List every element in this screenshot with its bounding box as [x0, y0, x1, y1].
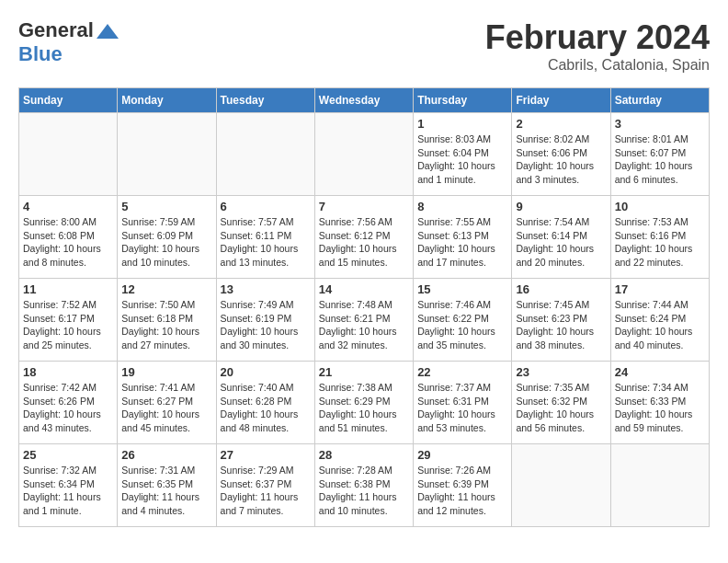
day-info: Sunrise: 7:41 AM Sunset: 6:27 PM Dayligh… — [121, 381, 211, 435]
table-cell: 15Sunrise: 7:46 AM Sunset: 6:22 PM Dayli… — [414, 279, 512, 362]
day-info: Sunrise: 7:53 AM Sunset: 6:16 PM Dayligh… — [615, 215, 705, 270]
table-cell — [216, 113, 314, 196]
day-info: Sunrise: 7:45 AM Sunset: 6:23 PM Dayligh… — [516, 298, 606, 352]
table-cell: 19Sunrise: 7:41 AM Sunset: 6:27 PM Dayli… — [118, 362, 216, 444]
table-cell — [118, 113, 216, 196]
day-number: 26 — [121, 448, 211, 462]
day-number: 25 — [23, 448, 113, 462]
day-number: 16 — [516, 282, 606, 296]
day-number: 15 — [417, 282, 507, 296]
day-number: 21 — [319, 365, 409, 379]
day-number: 23 — [516, 365, 606, 379]
day-info: Sunrise: 7:35 AM Sunset: 6:32 PM Dayligh… — [516, 381, 606, 435]
day-number: 2 — [516, 117, 606, 131]
table-cell — [19, 113, 118, 196]
day-number: 4 — [23, 200, 113, 213]
day-info: Sunrise: 7:48 AM Sunset: 6:21 PM Dayligh… — [319, 298, 409, 352]
table-cell: 5Sunrise: 7:59 AM Sunset: 6:09 PM Daylig… — [118, 196, 216, 279]
week-row-0: 1Sunrise: 8:03 AM Sunset: 6:04 PM Daylig… — [19, 113, 710, 196]
logo-blue: Blue — [18, 42, 63, 65]
day-info: Sunrise: 8:03 AM Sunset: 6:04 PM Dayligh… — [417, 132, 507, 187]
week-row-4: 25Sunrise: 7:32 AM Sunset: 6:34 PM Dayli… — [19, 444, 710, 527]
day-info: Sunrise: 7:40 AM Sunset: 6:28 PM Dayligh… — [221, 381, 311, 435]
day-info: Sunrise: 8:02 AM Sunset: 6:06 PM Dayligh… — [516, 132, 606, 187]
day-info: Sunrise: 7:34 AM Sunset: 6:33 PM Dayligh… — [615, 381, 705, 435]
day-info: Sunrise: 7:55 AM Sunset: 6:13 PM Dayligh… — [417, 215, 507, 270]
day-number: 19 — [121, 365, 211, 379]
day-info: Sunrise: 7:42 AM Sunset: 6:26 PM Dayligh… — [23, 381, 113, 435]
calendar-header-row: Sunday Monday Tuesday Wednesday Thursday… — [19, 88, 710, 113]
logo: General Blue — [18, 18, 121, 66]
table-cell: 21Sunrise: 7:38 AM Sunset: 6:29 PM Dayli… — [314, 362, 413, 444]
day-number: 10 — [615, 200, 705, 213]
day-info: Sunrise: 7:37 AM Sunset: 6:31 PM Dayligh… — [417, 381, 507, 435]
day-number: 24 — [615, 365, 705, 379]
week-row-2: 11Sunrise: 7:52 AM Sunset: 6:17 PM Dayli… — [19, 279, 710, 362]
day-number: 1 — [417, 117, 507, 131]
day-number: 29 — [417, 448, 507, 462]
title-block: February 2024 Cabrils, Catalonia, Spain — [485, 18, 710, 74]
logo-general: General — [18, 18, 94, 41]
calendar-table: Sunday Monday Tuesday Wednesday Thursday… — [18, 87, 710, 527]
table-cell: 25Sunrise: 7:32 AM Sunset: 6:34 PM Dayli… — [19, 444, 118, 527]
day-info: Sunrise: 7:28 AM Sunset: 6:38 PM Dayligh… — [319, 464, 409, 518]
day-info: Sunrise: 7:50 AM Sunset: 6:18 PM Dayligh… — [121, 298, 211, 352]
page-subtitle: Cabrils, Catalonia, Spain — [485, 57, 710, 74]
table-cell — [314, 113, 413, 196]
day-info: Sunrise: 8:00 AM Sunset: 6:08 PM Dayligh… — [23, 215, 113, 270]
week-row-3: 18Sunrise: 7:42 AM Sunset: 6:26 PM Dayli… — [19, 362, 710, 444]
header-tuesday: Tuesday — [216, 88, 314, 113]
day-number: 12 — [121, 282, 211, 296]
day-number: 3 — [615, 117, 705, 131]
table-cell — [610, 444, 709, 527]
day-info: Sunrise: 7:31 AM Sunset: 6:35 PM Dayligh… — [121, 464, 211, 518]
table-cell: 10Sunrise: 7:53 AM Sunset: 6:16 PM Dayli… — [610, 196, 709, 279]
table-cell: 14Sunrise: 7:48 AM Sunset: 6:21 PM Dayli… — [314, 279, 413, 362]
table-cell: 24Sunrise: 7:34 AM Sunset: 6:33 PM Dayli… — [610, 362, 709, 444]
day-number: 22 — [417, 365, 507, 379]
header-monday: Monday — [118, 88, 216, 113]
day-number: 28 — [319, 448, 409, 462]
table-cell: 29Sunrise: 7:26 AM Sunset: 6:39 PM Dayli… — [414, 444, 512, 527]
table-cell: 9Sunrise: 7:54 AM Sunset: 6:14 PM Daylig… — [512, 196, 610, 279]
day-number: 8 — [417, 200, 507, 213]
table-cell: 18Sunrise: 7:42 AM Sunset: 6:26 PM Dayli… — [19, 362, 118, 444]
day-info: Sunrise: 8:01 AM Sunset: 6:07 PM Dayligh… — [615, 132, 705, 187]
logo-text: General Blue — [18, 18, 121, 66]
day-number: 14 — [319, 282, 409, 296]
svg-marker-0 — [97, 24, 119, 39]
day-number: 5 — [121, 200, 211, 213]
table-cell: 12Sunrise: 7:50 AM Sunset: 6:18 PM Dayli… — [118, 279, 216, 362]
day-number: 9 — [516, 200, 606, 213]
table-cell: 7Sunrise: 7:56 AM Sunset: 6:12 PM Daylig… — [314, 196, 413, 279]
day-info: Sunrise: 7:44 AM Sunset: 6:24 PM Dayligh… — [615, 298, 705, 352]
day-info: Sunrise: 7:46 AM Sunset: 6:22 PM Dayligh… — [417, 298, 507, 352]
day-number: 7 — [319, 200, 409, 213]
day-info: Sunrise: 7:38 AM Sunset: 6:29 PM Dayligh… — [319, 381, 409, 435]
table-cell: 6Sunrise: 7:57 AM Sunset: 6:11 PM Daylig… — [216, 196, 314, 279]
day-info: Sunrise: 7:54 AM Sunset: 6:14 PM Dayligh… — [516, 215, 606, 270]
logo-icon — [95, 22, 120, 40]
day-info: Sunrise: 7:59 AM Sunset: 6:09 PM Dayligh… — [121, 215, 211, 270]
table-cell: 4Sunrise: 8:00 AM Sunset: 6:08 PM Daylig… — [19, 196, 118, 279]
table-cell: 28Sunrise: 7:28 AM Sunset: 6:38 PM Dayli… — [314, 444, 413, 527]
header-wednesday: Wednesday — [314, 88, 413, 113]
table-cell — [512, 444, 610, 527]
day-info: Sunrise: 7:49 AM Sunset: 6:19 PM Dayligh… — [221, 298, 311, 352]
table-cell: 20Sunrise: 7:40 AM Sunset: 6:28 PM Dayli… — [216, 362, 314, 444]
table-cell: 27Sunrise: 7:29 AM Sunset: 6:37 PM Dayli… — [216, 444, 314, 527]
page-header: General Blue February 2024 Cabrils, Cata… — [18, 18, 710, 74]
header-thursday: Thursday — [414, 88, 512, 113]
day-number: 20 — [221, 365, 311, 379]
day-info: Sunrise: 7:57 AM Sunset: 6:11 PM Dayligh… — [221, 215, 311, 270]
day-number: 11 — [23, 282, 113, 296]
header-sunday: Sunday — [19, 88, 118, 113]
table-cell: 1Sunrise: 8:03 AM Sunset: 6:04 PM Daylig… — [414, 113, 512, 196]
day-number: 17 — [615, 282, 705, 296]
table-cell: 26Sunrise: 7:31 AM Sunset: 6:35 PM Dayli… — [118, 444, 216, 527]
day-number: 27 — [221, 448, 311, 462]
table-cell: 3Sunrise: 8:01 AM Sunset: 6:07 PM Daylig… — [610, 113, 709, 196]
page-title: February 2024 — [485, 18, 710, 57]
day-info: Sunrise: 7:52 AM Sunset: 6:17 PM Dayligh… — [23, 298, 113, 352]
header-saturday: Saturday — [610, 88, 709, 113]
